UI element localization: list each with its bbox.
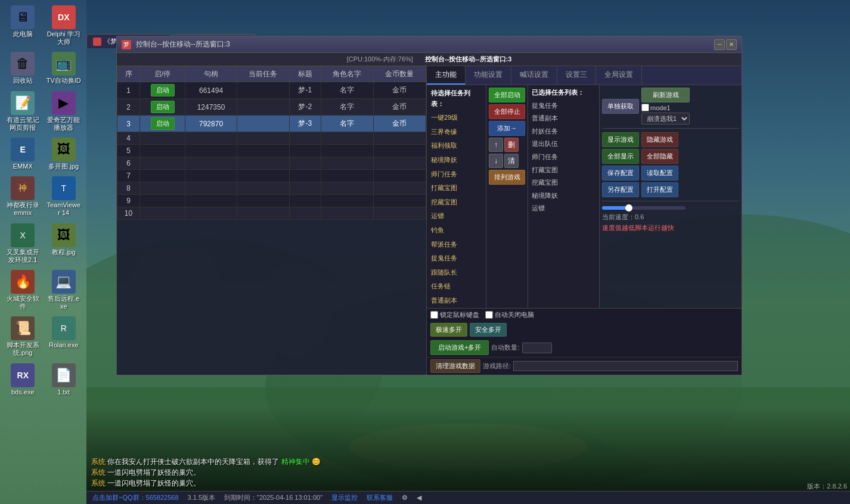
table-row[interactable]: 6 [117,157,426,170]
task-list-item[interactable]: 福利领取 [428,139,485,153]
task-list-item[interactable]: 运镖 [428,209,485,223]
tab-settings3[interactable]: 设置三 [557,66,596,85]
task-list-item[interactable]: 任务链 [428,279,485,294]
task-list-item[interactable]: 帮派任务 [428,238,485,252]
task-list-item[interactable]: 普通副本 [428,294,485,308]
btn-refresh[interactable]: 刷新游戏 [641,88,690,102]
game-path-input[interactable]: E:\Program Files (x86)\梦幻西游手游时装版\My [513,361,738,371]
table-row[interactable]: 4 [117,132,426,145]
tab-global[interactable]: 全局设置 [596,66,642,85]
btn-start-plus[interactable]: 启动游戏+多开 [430,340,489,355]
btn-safe-open[interactable]: 安全多开 [470,323,507,337]
desktop-icon-teamviewer[interactable]: T TeamViewer 14 [44,174,84,219]
desktop-icon-emmx[interactable]: E EMMX [3,135,43,173]
desktop-icon-recycle[interactable]: 🗑 回收站 [3,49,43,87]
desktop-icon-script[interactable]: 📜 脚本开发系统.png [3,314,43,359]
desktop-icon-multijpg[interactable]: 🖼 多开图.jpg [44,135,84,173]
tab-func[interactable]: 功能设置 [466,66,511,85]
selected-task-item[interactable]: 捉鬼任务 [529,99,598,113]
collapse-select[interactable]: 崩溃选我1 [641,113,690,125]
panel-minimize-btn[interactable]: ─ [714,39,725,50]
desktop-icon-tutor[interactable]: 🖼 教程.jpg [44,221,84,266]
auto-count-input[interactable]: 2 [522,343,552,353]
desktop-icon-tv[interactable]: 📺 TV自动换ID [44,49,84,87]
btn-show-all[interactable]: 全部显示 [602,149,639,164]
cell-title: 梦-2 [289,99,321,116]
btn-show-game[interactable]: 显示游戏 [602,132,639,147]
table-row[interactable]: 9 [117,195,426,207]
btn-stop-all[interactable]: 全部停止 [489,104,525,119]
table-row[interactable]: 7 [117,170,426,182]
btn-start-row[interactable]: 启动 [151,101,175,113]
tab-main[interactable]: 主功能 [427,66,466,85]
btn-save-config[interactable]: 保存配置 [602,166,639,181]
desktop-icon-rolan[interactable]: R Rolan.exe [44,314,84,359]
desktop-icon-aiqiyi[interactable]: ▶ 爱奇艺万能播放器 [44,89,84,134]
desktop-icon-hcwall[interactable]: 🔥 火城安全软件 [3,267,43,313]
cell-title [289,145,321,157]
table-row[interactable]: 5 [117,145,426,157]
desktop-icon-pc[interactable]: 🖥 此电脑 [3,3,43,48]
desktop-icon-bds[interactable]: RX bds.exe [3,361,43,399]
btn-quick-open[interactable]: 极速多开 [430,323,467,337]
selected-task-item[interactable]: 普通副本 [529,112,598,125]
desktop-icon-delphi[interactable]: DX Delphi 学习大师 [44,3,84,48]
arrow-icon[interactable]: ◀ [417,494,421,502]
btn-start-all[interactable]: 全部启动 [489,88,525,102]
btn-open-config[interactable]: 打开配置 [641,182,678,197]
btn-start-row[interactable]: 启动 [151,84,175,97]
qq-group-link[interactable]: 点击加群~QQ群：565822568 [92,493,179,502]
selected-task-item[interactable]: 师门任务 [529,151,598,164]
btn-add[interactable]: 添加→ [489,121,525,136]
selected-task-item[interactable]: 秘境降妖 [529,189,598,203]
task-list-item[interactable]: 钓鱼 [428,223,485,238]
checkbox-auto-close[interactable] [485,311,493,319]
desktop-icon-saleafter[interactable]: 💻 售后远程.exe [44,267,84,313]
desktop-icon-note[interactable]: 📝 有道云笔记网页剪报 [3,89,43,134]
task-list-item[interactable]: 跟随队长 [428,266,485,280]
btn-down[interactable]: ↓ [489,154,503,168]
selected-task-item[interactable]: 退出队伍 [529,138,598,151]
settings-gear-icon[interactable]: ⚙ [402,494,408,502]
task-list-item[interactable]: 挖藏宝图 [428,195,485,210]
task-list-item[interactable]: 秘境降妖 [428,153,485,167]
cell-coins [373,145,426,157]
checkbox-mode1[interactable] [641,104,649,111]
table-row[interactable]: 8 [117,182,426,195]
cell-coins [373,157,426,170]
desktop-icon-shendi[interactable]: 神 神都夜行录emmx [3,174,43,219]
btn-single-get[interactable]: 单独获取 [602,99,639,114]
customer-link[interactable]: 联系客服 [367,493,393,502]
btn-clean-data[interactable]: 清理游戏数据 [430,359,480,373]
btn-hide-all[interactable]: 全部隐藏 [641,149,678,164]
desktop-icon-1txt[interactable]: 📄 1.txt [44,361,84,399]
btn-hide-game[interactable]: 隐藏游戏 [641,132,678,147]
tab-shout[interactable]: 喊话设置 [511,66,557,85]
btn-start-row[interactable]: 启动 [151,117,175,130]
btn-read-config[interactable]: 读取配置 [641,166,678,181]
checkbox-lock-keyboard[interactable] [430,311,438,319]
slider-thumb[interactable] [625,204,632,211]
btn-up[interactable]: ↑ [489,138,503,152]
btn-clear[interactable]: 清 [504,154,519,168]
desktop-icon-again[interactable]: X 又叉集成开发环境2.1 [3,221,43,266]
panel-close-btn[interactable]: ✕ [726,39,737,50]
table-row[interactable]: 3 启动 792870 梦-3 名字 金币 [117,116,426,132]
btn-del[interactable]: 删 [504,138,519,152]
selected-task-item[interactable]: 运镖 [529,202,598,215]
task-list-item[interactable]: 一键29级 [428,111,485,125]
task-list-item[interactable]: 打藏宝图 [428,181,485,195]
table-row[interactable]: 2 启动 1247350 梦-2 名字 金币 [117,99,426,116]
task-list-item[interactable]: 捉鬼任务 [428,251,485,266]
table-row[interactable]: 1 启动 661494 梦-1 名字 金币 [117,82,426,99]
selected-task-item[interactable]: 封妖任务 [529,125,598,138]
btn-save-as[interactable]: 另存配置 [602,182,639,197]
btn-sort[interactable]: 排列游戏 [489,170,525,185]
task-list-item[interactable]: 三界奇缘 [428,125,485,139]
selected-task-item[interactable]: 挖藏宝图 [529,176,598,189]
table-row[interactable]: 10 [117,207,426,220]
task-list-item[interactable]: 师门任务 [428,167,485,182]
speed-slider[interactable] [602,206,685,210]
selected-task-item[interactable]: 打藏宝图 [529,164,598,177]
monitor-link[interactable]: 显示监控 [331,493,358,502]
